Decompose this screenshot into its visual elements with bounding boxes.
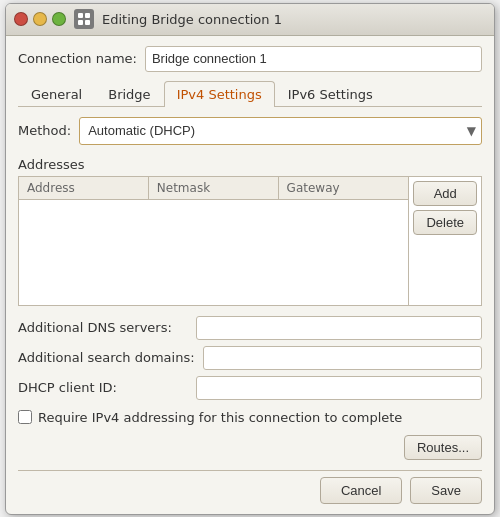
svg-rect-0 (78, 13, 83, 18)
method-select[interactable]: Automatic (DHCP) Manual Link-Local Only … (79, 117, 482, 145)
method-label: Method: (18, 123, 71, 138)
add-button[interactable]: Add (413, 181, 477, 206)
window-title: Editing Bridge connection 1 (102, 12, 282, 27)
close-button[interactable] (14, 12, 28, 26)
require-ipv4-checkbox[interactable] (18, 410, 32, 424)
method-select-wrapper: Automatic (DHCP) Manual Link-Local Only … (79, 117, 482, 145)
tabs-bar: General Bridge IPv4 Settings IPv6 Settin… (18, 80, 482, 107)
minimize-button[interactable] (33, 12, 47, 26)
search-row: Additional search domains: (18, 346, 482, 370)
dns-input[interactable] (196, 316, 482, 340)
titlebar: Editing Bridge connection 1 (6, 4, 494, 36)
save-button[interactable]: Save (410, 477, 482, 504)
routes-button[interactable]: Routes... (404, 435, 482, 460)
search-input[interactable] (203, 346, 482, 370)
col-netmask: Netmask (149, 177, 279, 199)
require-ipv4-row: Require IPv4 addressing for this connect… (18, 410, 482, 425)
cancel-button[interactable]: Cancel (320, 477, 402, 504)
tab-general[interactable]: General (18, 81, 95, 107)
require-ipv4-label: Require IPv4 addressing for this connect… (38, 410, 402, 425)
tab-bridge[interactable]: Bridge (95, 81, 163, 107)
col-address: Address (19, 177, 149, 199)
svg-rect-3 (85, 20, 90, 25)
search-label: Additional search domains: (18, 350, 195, 365)
connection-name-label: Connection name: (18, 51, 137, 66)
content-area: Connection name: General Bridge IPv4 Set… (6, 36, 494, 514)
method-row: Method: Automatic (DHCP) Manual Link-Loc… (18, 117, 482, 145)
routes-row: Routes... (18, 435, 482, 460)
dns-label: Additional DNS servers: (18, 320, 188, 335)
main-window: Editing Bridge connection 1 Connection n… (5, 3, 495, 515)
connection-name-row: Connection name: (18, 46, 482, 72)
svg-rect-1 (85, 13, 90, 18)
table-body (19, 200, 408, 300)
footer-buttons: Cancel Save (18, 470, 482, 504)
window-icon (74, 9, 94, 29)
maximize-button[interactable] (52, 12, 66, 26)
addresses-table-wrapper: Address Netmask Gateway Add Delete (18, 176, 482, 306)
delete-button[interactable]: Delete (413, 210, 477, 235)
tab-ipv6[interactable]: IPv6 Settings (275, 81, 386, 107)
dhcp-row: DHCP client ID: (18, 376, 482, 400)
dns-row: Additional DNS servers: (18, 316, 482, 340)
window-controls (14, 12, 66, 26)
table-buttons: Add Delete (408, 177, 481, 305)
table-header: Address Netmask Gateway (19, 177, 408, 200)
tab-ipv4[interactable]: IPv4 Settings (164, 81, 275, 107)
form-fields: Additional DNS servers: Additional searc… (18, 316, 482, 400)
svg-rect-2 (78, 20, 83, 25)
col-gateway: Gateway (279, 177, 409, 199)
addresses-table: Address Netmask Gateway (19, 177, 408, 305)
connection-name-input[interactable] (145, 46, 482, 72)
dhcp-input[interactable] (196, 376, 482, 400)
addresses-section: Addresses Address Netmask Gateway Add De… (18, 157, 482, 306)
addresses-label: Addresses (18, 157, 482, 172)
dhcp-label: DHCP client ID: (18, 380, 188, 395)
